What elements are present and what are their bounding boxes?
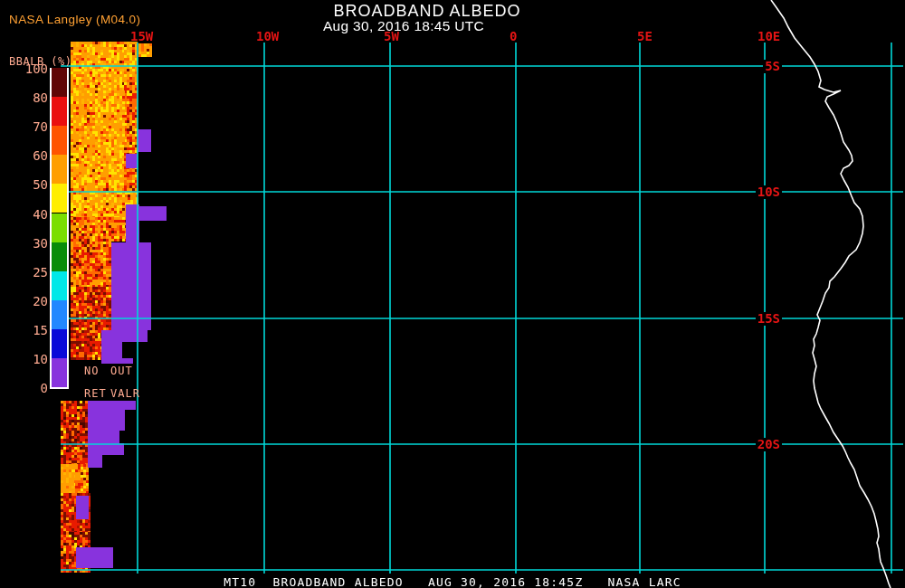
lat-label-text: 10S xyxy=(756,185,782,199)
colorbar-tick-label: 70 xyxy=(7,119,48,134)
lat-label-20s: 20S xyxy=(728,437,782,451)
lon-label-5e: 5E xyxy=(637,29,653,43)
lon-label-10w: 10W xyxy=(256,29,279,43)
colorbar-border xyxy=(50,68,69,389)
timestamp-subtitle: Aug 30, 2016 18:45 UTC xyxy=(323,18,484,34)
lon-label-5w: 5W xyxy=(384,29,399,43)
colorbar-tick-label: 30 xyxy=(7,236,48,251)
lat-label-10s: 10S xyxy=(728,185,782,199)
lat-label-text: 5S xyxy=(763,60,782,73)
flag-label-ret: RET xyxy=(84,387,107,400)
flag-label-out: OUT xyxy=(110,365,133,377)
footer-caption: MT10 BROADBAND ALBEDO AUG 30, 2016 18:45… xyxy=(224,575,681,588)
colorbar-tick-label: 50 xyxy=(7,177,48,192)
colorbar-tick-label: 0 xyxy=(7,381,48,395)
lon-label-10e: 10E xyxy=(757,29,780,43)
agency-version-label: NASA Langley (M04.0) xyxy=(9,13,140,26)
colorbar-tick-label: 25 xyxy=(7,265,48,280)
colorbar-tick-label: 10 xyxy=(7,352,48,366)
colorbar-tick-label: 20 xyxy=(7,294,48,308)
lat-label-text: 15S xyxy=(756,312,782,326)
flag-label-valr: VALR xyxy=(110,387,140,400)
lon-label-15w: 15W xyxy=(130,29,153,43)
colorbar-tick-label: 60 xyxy=(7,148,48,163)
albedo-data-swath xyxy=(0,0,905,588)
colorbar-tick-label: 80 xyxy=(7,90,48,105)
lat-label-15s: 15S xyxy=(728,311,782,326)
lon-label-0: 0 xyxy=(510,29,517,43)
lat-label-text: 20S xyxy=(756,438,782,451)
colorbar-tick-label: 40 xyxy=(7,207,48,222)
lat-label-5s: 5S xyxy=(728,59,782,73)
colorbar-tick-label: 100 xyxy=(7,62,48,76)
albedo-map-screen: NASA Langley (M04.0) BROADBAND ALBEDO Au… xyxy=(0,0,905,588)
flag-label-no: NO xyxy=(84,365,99,377)
colorbar-tick-label: 15 xyxy=(7,323,48,337)
